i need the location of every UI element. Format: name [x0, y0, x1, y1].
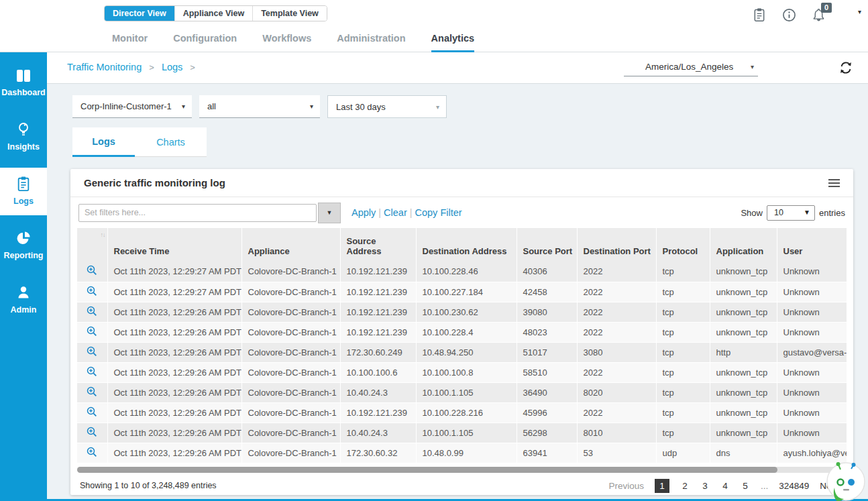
- chatbot-mascot-icon[interactable]: [825, 461, 867, 501]
- tab-logs[interactable]: Logs: [72, 127, 135, 157]
- view-tab-group: Director View Appliance View Template Vi…: [104, 5, 327, 21]
- filter-dropdown-button[interactable]: ▼: [318, 203, 341, 223]
- column-application[interactable]: Application: [710, 228, 777, 262]
- detail-column-header[interactable]: ↑↓: [77, 228, 107, 262]
- sidebar-item-admin[interactable]: Admin: [0, 276, 47, 324]
- pagination: Previous 1 2 3 4 5 ... 324849 Next: [608, 479, 838, 493]
- scrollbar-thumb[interactable]: [77, 467, 777, 473]
- table-row: Oct 11th 2023, 12:29:26 AM PDTColovore-D…: [77, 423, 847, 443]
- table-row: Oct 11th 2023, 12:29:26 AM PDTColovore-D…: [77, 402, 847, 423]
- card-title: Generic traffic monitoring log: [84, 177, 225, 188]
- show-label: Show: [741, 208, 763, 218]
- pagination-page-4[interactable]: 4: [720, 481, 730, 491]
- refresh-icon[interactable]: [838, 60, 853, 75]
- sidebar-item-insights[interactable]: Insights: [0, 113, 47, 161]
- table-row: Oct 11th 2023, 12:29:26 AM PDTColovore-D…: [77, 342, 847, 362]
- table-row: Oct 11th 2023, 12:29:27 AM PDTColovore-D…: [77, 282, 847, 302]
- zoom-in-icon[interactable]: [77, 443, 107, 463]
- table-row: Oct 11th 2023, 12:29:26 AM PDTColovore-D…: [77, 362, 847, 382]
- entries-label: entries: [819, 208, 845, 218]
- table-row: Oct 11th 2023, 12:29:26 AM PDTColovore-D…: [77, 302, 847, 322]
- hamburger-icon[interactable]: [828, 177, 840, 189]
- time-range-select[interactable]: Last 30 days ▾: [327, 95, 447, 118]
- copy-filter-link[interactable]: Copy Filter: [415, 207, 462, 218]
- caret-down-icon[interactable]: ▾: [858, 8, 861, 15]
- pagination-page-1[interactable]: 1: [655, 479, 669, 493]
- content-tabs: Logs Charts: [72, 127, 207, 157]
- column-user[interactable]: User: [777, 228, 847, 262]
- top-bar: Director View Appliance View Template Vi…: [0, 0, 868, 52]
- nav-administration[interactable]: Administration: [337, 30, 405, 52]
- traffic-log-table: ↑↓ Receive Time Appliance Source Address…: [77, 228, 847, 463]
- table-row: Oct 11th 2023, 12:29:26 AM PDTColovore-D…: [77, 443, 847, 463]
- main-content: Corp-Inline-Customer-1 ▾ all ▾ Last 30 d…: [47, 84, 868, 501]
- caret-down-icon: ▾: [436, 103, 439, 111]
- sidebar: Dashboard Insights Logs Reporting Admin: [0, 52, 47, 501]
- zoom-in-icon[interactable]: [77, 282, 107, 302]
- person-icon: [15, 284, 32, 300]
- notification-badge: 0: [821, 3, 832, 13]
- zoom-in-icon[interactable]: [77, 382, 107, 402]
- apply-link[interactable]: Apply: [351, 207, 376, 218]
- column-receive-time[interactable]: Receive Time: [107, 228, 241, 262]
- tab-appliance-view[interactable]: Appliance View: [174, 6, 252, 21]
- nav-workflows[interactable]: Workflows: [262, 30, 311, 52]
- tab-template-view[interactable]: Template View: [252, 6, 327, 21]
- pagination-page-3[interactable]: 3: [700, 481, 710, 491]
- column-source-address[interactable]: Source Address: [340, 228, 416, 262]
- breadcrumb-logs[interactable]: Logs: [162, 62, 182, 72]
- nav-analytics[interactable]: Analytics: [431, 30, 474, 52]
- clipboard-icon[interactable]: [751, 7, 767, 23]
- pie-chart-icon: [15, 230, 32, 246]
- timezone-select[interactable]: America/Los_Angeles ▾: [624, 59, 758, 76]
- zoom-in-icon[interactable]: [77, 262, 107, 282]
- showing-entries-text: Showing 1 to 10 of 3,248,489 entries: [80, 481, 217, 490]
- clipboard-icon: [16, 176, 31, 192]
- filter-input[interactable]: [78, 204, 317, 222]
- zoom-in-icon[interactable]: [77, 362, 107, 382]
- zoom-in-icon[interactable]: [77, 423, 107, 443]
- table-row: Oct 11th 2023, 12:29:27 AM PDTColovore-D…: [77, 262, 847, 282]
- caret-down-icon: ▾: [310, 103, 313, 110]
- dashboard-icon: [15, 68, 32, 83]
- sidebar-item-logs[interactable]: Logs: [0, 168, 47, 215]
- caret-down-icon: ▾: [182, 103, 185, 110]
- zoom-in-icon[interactable]: [77, 342, 107, 362]
- info-icon[interactable]: [781, 7, 797, 23]
- sidebar-item-dashboard[interactable]: Dashboard: [0, 60, 47, 107]
- column-destination-address[interactable]: Destination Address: [416, 228, 517, 262]
- tab-director-view[interactable]: Director View: [105, 6, 174, 21]
- horizontal-scrollbar: [77, 467, 847, 473]
- nav-configuration[interactable]: Configuration: [173, 30, 237, 52]
- zoom-in-icon[interactable]: [77, 402, 107, 423]
- column-protocol[interactable]: Protocol: [656, 228, 710, 262]
- breadcrumb-traffic-monitoring[interactable]: Traffic Monitoring: [67, 62, 142, 72]
- pagination-ellipsis: ...: [761, 481, 768, 491]
- breadcrumb: Traffic Monitoring > Logs >: [67, 62, 200, 72]
- pagination-previous[interactable]: Previous: [608, 481, 644, 491]
- log-card: Generic traffic monitoring log ▼ Apply|C…: [70, 169, 853, 495]
- caret-down-icon: ▾: [751, 63, 754, 70]
- main-nav: Monitor Configuration Workflows Administ…: [112, 30, 474, 52]
- column-source-port[interactable]: Source Port: [517, 228, 577, 262]
- bell-icon[interactable]: 0: [810, 7, 826, 23]
- tenant-select[interactable]: Corp-Inline-Customer-1 ▾: [72, 95, 192, 118]
- page-size-select[interactable]: 10 ▼: [767, 205, 815, 221]
- table-row: Oct 11th 2023, 12:29:26 AM PDTColovore-D…: [77, 382, 847, 402]
- breadcrumb-bar: Traffic Monitoring > Logs > America/Los_…: [47, 52, 868, 84]
- sidebar-item-reporting[interactable]: Reporting: [0, 222, 47, 270]
- pagination-page-2[interactable]: 2: [680, 481, 690, 491]
- appliance-select[interactable]: all ▾: [199, 95, 320, 118]
- sort-icon: ↑↓: [101, 231, 105, 238]
- column-appliance[interactable]: Appliance: [241, 228, 340, 262]
- zoom-in-icon[interactable]: [77, 322, 107, 342]
- nav-monitor[interactable]: Monitor: [112, 30, 148, 52]
- column-destination-port[interactable]: Destination Port: [577, 228, 656, 262]
- tab-charts[interactable]: Charts: [135, 127, 207, 157]
- pagination-page-5[interactable]: 5: [741, 481, 750, 491]
- table-row: Oct 11th 2023, 12:29:26 AM PDTColovore-D…: [77, 322, 847, 342]
- pagination-last-page[interactable]: 324849: [779, 481, 809, 491]
- zoom-in-icon[interactable]: [77, 302, 107, 322]
- lightbulb-icon: [16, 121, 31, 137]
- clear-link[interactable]: Clear: [384, 207, 407, 218]
